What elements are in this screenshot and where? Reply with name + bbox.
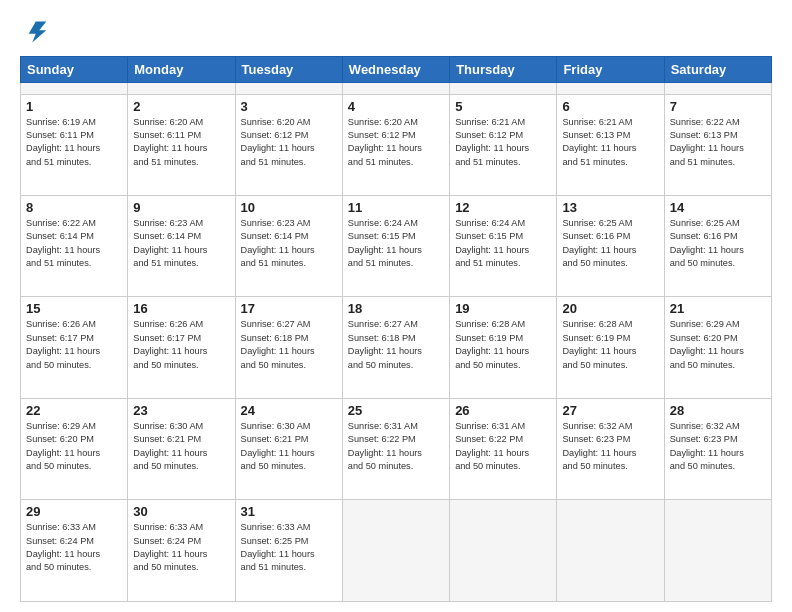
day-number: 29 — [26, 504, 122, 519]
calendar-cell: 18Sunrise: 6:27 AMSunset: 6:18 PMDayligh… — [342, 297, 449, 398]
calendar-cell: 30Sunrise: 6:33 AMSunset: 6:24 PMDayligh… — [128, 500, 235, 602]
calendar-week-row: 29Sunrise: 6:33 AMSunset: 6:24 PMDayligh… — [21, 500, 772, 602]
day-info: Sunrise: 6:20 AMSunset: 6:12 PMDaylight:… — [241, 116, 337, 169]
day-number: 22 — [26, 403, 122, 418]
calendar-day-header: Saturday — [664, 57, 771, 83]
day-number: 2 — [133, 99, 229, 114]
day-number: 19 — [455, 301, 551, 316]
calendar-day-header: Friday — [557, 57, 664, 83]
day-number: 26 — [455, 403, 551, 418]
day-info: Sunrise: 6:28 AMSunset: 6:19 PMDaylight:… — [455, 318, 551, 371]
day-number: 12 — [455, 200, 551, 215]
day-number: 25 — [348, 403, 444, 418]
day-number: 7 — [670, 99, 766, 114]
calendar-cell: 3Sunrise: 6:20 AMSunset: 6:12 PMDaylight… — [235, 94, 342, 195]
calendar-cell: 13Sunrise: 6:25 AMSunset: 6:16 PMDayligh… — [557, 195, 664, 296]
calendar-cell: 2Sunrise: 6:20 AMSunset: 6:11 PMDaylight… — [128, 94, 235, 195]
day-info: Sunrise: 6:27 AMSunset: 6:18 PMDaylight:… — [348, 318, 444, 371]
day-number: 14 — [670, 200, 766, 215]
page: SundayMondayTuesdayWednesdayThursdayFrid… — [0, 0, 792, 612]
day-number: 13 — [562, 200, 658, 215]
day-number: 30 — [133, 504, 229, 519]
calendar-cell: 29Sunrise: 6:33 AMSunset: 6:24 PMDayligh… — [21, 500, 128, 602]
calendar-cell — [664, 500, 771, 602]
day-number: 3 — [241, 99, 337, 114]
calendar-day-header: Tuesday — [235, 57, 342, 83]
calendar-header-row: SundayMondayTuesdayWednesdayThursdayFrid… — [21, 57, 772, 83]
calendar-cell: 1Sunrise: 6:19 AMSunset: 6:11 PMDaylight… — [21, 94, 128, 195]
day-info: Sunrise: 6:21 AMSunset: 6:12 PMDaylight:… — [455, 116, 551, 169]
day-number: 15 — [26, 301, 122, 316]
calendar-week-row: 1Sunrise: 6:19 AMSunset: 6:11 PMDaylight… — [21, 94, 772, 195]
day-info: Sunrise: 6:33 AMSunset: 6:24 PMDaylight:… — [26, 521, 122, 574]
day-number: 18 — [348, 301, 444, 316]
day-number: 11 — [348, 200, 444, 215]
calendar-cell — [342, 500, 449, 602]
day-number: 24 — [241, 403, 337, 418]
day-info: Sunrise: 6:31 AMSunset: 6:22 PMDaylight:… — [455, 420, 551, 473]
day-info: Sunrise: 6:20 AMSunset: 6:12 PMDaylight:… — [348, 116, 444, 169]
day-info: Sunrise: 6:20 AMSunset: 6:11 PMDaylight:… — [133, 116, 229, 169]
calendar-cell: 9Sunrise: 6:23 AMSunset: 6:14 PMDaylight… — [128, 195, 235, 296]
day-number: 4 — [348, 99, 444, 114]
calendar-cell: 27Sunrise: 6:32 AMSunset: 6:23 PMDayligh… — [557, 398, 664, 499]
day-info: Sunrise: 6:23 AMSunset: 6:14 PMDaylight:… — [133, 217, 229, 270]
calendar-cell: 5Sunrise: 6:21 AMSunset: 6:12 PMDaylight… — [450, 94, 557, 195]
calendar-cell: 12Sunrise: 6:24 AMSunset: 6:15 PMDayligh… — [450, 195, 557, 296]
calendar-table: SundayMondayTuesdayWednesdayThursdayFrid… — [20, 56, 772, 602]
logo — [20, 18, 52, 46]
calendar-cell: 6Sunrise: 6:21 AMSunset: 6:13 PMDaylight… — [557, 94, 664, 195]
calendar-cell: 26Sunrise: 6:31 AMSunset: 6:22 PMDayligh… — [450, 398, 557, 499]
day-number: 23 — [133, 403, 229, 418]
calendar-cell — [557, 83, 664, 95]
calendar-cell: 24Sunrise: 6:30 AMSunset: 6:21 PMDayligh… — [235, 398, 342, 499]
calendar-cell: 22Sunrise: 6:29 AMSunset: 6:20 PMDayligh… — [21, 398, 128, 499]
header — [20, 18, 772, 46]
day-info: Sunrise: 6:25 AMSunset: 6:16 PMDaylight:… — [670, 217, 766, 270]
calendar-cell: 17Sunrise: 6:27 AMSunset: 6:18 PMDayligh… — [235, 297, 342, 398]
day-info: Sunrise: 6:26 AMSunset: 6:17 PMDaylight:… — [26, 318, 122, 371]
day-info: Sunrise: 6:27 AMSunset: 6:18 PMDaylight:… — [241, 318, 337, 371]
calendar-cell — [664, 83, 771, 95]
calendar-week-row: 22Sunrise: 6:29 AMSunset: 6:20 PMDayligh… — [21, 398, 772, 499]
calendar-cell — [450, 500, 557, 602]
calendar-cell: 11Sunrise: 6:24 AMSunset: 6:15 PMDayligh… — [342, 195, 449, 296]
day-number: 28 — [670, 403, 766, 418]
svg-marker-0 — [29, 22, 47, 43]
calendar-cell — [342, 83, 449, 95]
calendar-cell — [235, 83, 342, 95]
day-number: 9 — [133, 200, 229, 215]
day-info: Sunrise: 6:22 AMSunset: 6:14 PMDaylight:… — [26, 217, 122, 270]
day-info: Sunrise: 6:25 AMSunset: 6:16 PMDaylight:… — [562, 217, 658, 270]
day-info: Sunrise: 6:29 AMSunset: 6:20 PMDaylight:… — [670, 318, 766, 371]
day-info: Sunrise: 6:24 AMSunset: 6:15 PMDaylight:… — [455, 217, 551, 270]
day-number: 21 — [670, 301, 766, 316]
calendar-cell — [557, 500, 664, 602]
calendar-cell: 19Sunrise: 6:28 AMSunset: 6:19 PMDayligh… — [450, 297, 557, 398]
day-info: Sunrise: 6:32 AMSunset: 6:23 PMDaylight:… — [562, 420, 658, 473]
day-number: 31 — [241, 504, 337, 519]
day-number: 17 — [241, 301, 337, 316]
calendar-cell: 28Sunrise: 6:32 AMSunset: 6:23 PMDayligh… — [664, 398, 771, 499]
day-info: Sunrise: 6:33 AMSunset: 6:25 PMDaylight:… — [241, 521, 337, 574]
calendar-day-header: Sunday — [21, 57, 128, 83]
day-info: Sunrise: 6:26 AMSunset: 6:17 PMDaylight:… — [133, 318, 229, 371]
calendar-cell: 14Sunrise: 6:25 AMSunset: 6:16 PMDayligh… — [664, 195, 771, 296]
calendar-week-row: 8Sunrise: 6:22 AMSunset: 6:14 PMDaylight… — [21, 195, 772, 296]
day-number: 20 — [562, 301, 658, 316]
calendar-cell: 20Sunrise: 6:28 AMSunset: 6:19 PMDayligh… — [557, 297, 664, 398]
calendar-week-row: 15Sunrise: 6:26 AMSunset: 6:17 PMDayligh… — [21, 297, 772, 398]
calendar-cell: 4Sunrise: 6:20 AMSunset: 6:12 PMDaylight… — [342, 94, 449, 195]
day-number: 10 — [241, 200, 337, 215]
calendar-cell: 31Sunrise: 6:33 AMSunset: 6:25 PMDayligh… — [235, 500, 342, 602]
calendar-cell — [128, 83, 235, 95]
day-info: Sunrise: 6:32 AMSunset: 6:23 PMDaylight:… — [670, 420, 766, 473]
calendar-cell: 8Sunrise: 6:22 AMSunset: 6:14 PMDaylight… — [21, 195, 128, 296]
day-info: Sunrise: 6:22 AMSunset: 6:13 PMDaylight:… — [670, 116, 766, 169]
calendar-cell — [450, 83, 557, 95]
calendar-day-header: Wednesday — [342, 57, 449, 83]
day-number: 1 — [26, 99, 122, 114]
day-info: Sunrise: 6:28 AMSunset: 6:19 PMDaylight:… — [562, 318, 658, 371]
calendar-cell: 23Sunrise: 6:30 AMSunset: 6:21 PMDayligh… — [128, 398, 235, 499]
day-info: Sunrise: 6:30 AMSunset: 6:21 PMDaylight:… — [133, 420, 229, 473]
